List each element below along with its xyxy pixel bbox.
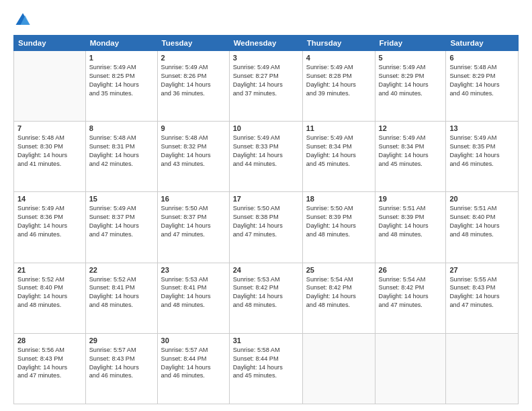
day-number: 31 — [233, 336, 299, 345]
day-number: 19 — [379, 195, 443, 203]
calendar-cell: 12Sunrise: 5:49 AM Sunset: 8:34 PM Dayli… — [375, 122, 446, 192]
calendar-cell: 13Sunrise: 5:49 AM Sunset: 8:35 PM Dayli… — [446, 122, 519, 192]
calendar-cell: 29Sunrise: 5:57 AM Sunset: 8:43 PM Dayli… — [85, 333, 157, 404]
day-number: 17 — [233, 195, 299, 203]
day-number: 29 — [89, 336, 154, 345]
calendar-cell — [14, 51, 86, 122]
day-number: 21 — [17, 266, 82, 274]
calendar-cell: 8Sunrise: 5:48 AM Sunset: 8:31 PM Daylig… — [85, 122, 157, 192]
calendar-cell: 28Sunrise: 5:56 AM Sunset: 8:43 PM Dayli… — [14, 333, 86, 404]
weekday-header-saturday: Saturday — [446, 36, 519, 51]
calendar-cell: 10Sunrise: 5:49 AM Sunset: 8:33 PM Dayli… — [229, 122, 302, 192]
calendar-cell: 2Sunrise: 5:49 AM Sunset: 8:26 PM Daylig… — [157, 51, 229, 122]
day-info: Sunrise: 5:52 AM Sunset: 8:40 PM Dayligh… — [17, 275, 82, 310]
header — [13, 11, 519, 30]
calendar-cell: 9Sunrise: 5:48 AM Sunset: 8:32 PM Daylig… — [157, 122, 229, 192]
calendar-cell: 7Sunrise: 5:48 AM Sunset: 8:30 PM Daylig… — [14, 122, 86, 192]
day-number: 13 — [449, 124, 515, 132]
calendar-cell: 23Sunrise: 5:53 AM Sunset: 8:41 PM Dayli… — [157, 263, 229, 333]
day-number: 23 — [161, 266, 226, 274]
calendar-cell: 24Sunrise: 5:53 AM Sunset: 8:42 PM Dayli… — [229, 263, 302, 333]
day-number: 24 — [233, 266, 299, 274]
day-info: Sunrise: 5:54 AM Sunset: 8:42 PM Dayligh… — [379, 275, 443, 310]
calendar-cell: 19Sunrise: 5:51 AM Sunset: 8:39 PM Dayli… — [375, 192, 446, 263]
day-info: Sunrise: 5:50 AM Sunset: 8:38 PM Dayligh… — [233, 204, 299, 239]
calendar-cell: 4Sunrise: 5:49 AM Sunset: 8:28 PM Daylig… — [302, 51, 375, 122]
day-info: Sunrise: 5:48 AM Sunset: 8:29 PM Dayligh… — [449, 63, 515, 98]
weekday-header-sunday: Sunday — [14, 36, 86, 51]
day-info: Sunrise: 5:57 AM Sunset: 8:44 PM Dayligh… — [161, 346, 226, 381]
weekday-header-row: SundayMondayTuesdayWednesdayThursdayFrid… — [14, 36, 519, 51]
calendar-cell: 6Sunrise: 5:48 AM Sunset: 8:29 PM Daylig… — [446, 51, 519, 122]
day-number: 8 — [89, 124, 154, 132]
calendar-cell: 3Sunrise: 5:49 AM Sunset: 8:27 PM Daylig… — [229, 51, 302, 122]
day-number: 26 — [379, 266, 443, 274]
day-info: Sunrise: 5:53 AM Sunset: 8:42 PM Dayligh… — [233, 275, 299, 310]
week-row-4: 28Sunrise: 5:56 AM Sunset: 8:43 PM Dayli… — [14, 333, 519, 404]
day-info: Sunrise: 5:55 AM Sunset: 8:43 PM Dayligh… — [449, 275, 515, 310]
calendar-cell: 22Sunrise: 5:52 AM Sunset: 8:41 PM Dayli… — [85, 263, 157, 333]
calendar-cell: 30Sunrise: 5:57 AM Sunset: 8:44 PM Dayli… — [157, 333, 229, 404]
day-number: 25 — [306, 266, 371, 274]
day-number: 1 — [89, 54, 154, 62]
calendar-cell: 1Sunrise: 5:49 AM Sunset: 8:25 PM Daylig… — [85, 51, 157, 122]
calendar-cell: 11Sunrise: 5:49 AM Sunset: 8:34 PM Dayli… — [302, 122, 375, 192]
calendar-cell — [446, 333, 519, 404]
calendar-cell: 15Sunrise: 5:49 AM Sunset: 8:37 PM Dayli… — [85, 192, 157, 263]
calendar-cell: 17Sunrise: 5:50 AM Sunset: 8:38 PM Dayli… — [229, 192, 302, 263]
day-number: 27 — [449, 266, 515, 274]
day-info: Sunrise: 5:48 AM Sunset: 8:31 PM Dayligh… — [89, 134, 154, 169]
weekday-header-thursday: Thursday — [302, 36, 375, 51]
calendar-cell: 16Sunrise: 5:50 AM Sunset: 8:37 PM Dayli… — [157, 192, 229, 263]
calendar-cell: 27Sunrise: 5:55 AM Sunset: 8:43 PM Dayli… — [446, 263, 519, 333]
calendar: SundayMondayTuesdayWednesdayThursdayFrid… — [13, 35, 519, 404]
calendar-cell: 26Sunrise: 5:54 AM Sunset: 8:42 PM Dayli… — [375, 263, 446, 333]
calendar-cell: 25Sunrise: 5:54 AM Sunset: 8:42 PM Dayli… — [302, 263, 375, 333]
day-number: 28 — [17, 336, 82, 345]
day-info: Sunrise: 5:48 AM Sunset: 8:32 PM Dayligh… — [161, 134, 226, 169]
day-info: Sunrise: 5:49 AM Sunset: 8:26 PM Dayligh… — [161, 63, 226, 98]
day-info: Sunrise: 5:49 AM Sunset: 8:33 PM Dayligh… — [233, 134, 299, 169]
calendar-cell — [375, 333, 446, 404]
weekday-header-monday: Monday — [85, 36, 157, 51]
calendar-cell — [302, 333, 375, 404]
day-number: 10 — [233, 124, 299, 132]
day-info: Sunrise: 5:50 AM Sunset: 8:39 PM Dayligh… — [306, 204, 371, 239]
day-info: Sunrise: 5:52 AM Sunset: 8:41 PM Dayligh… — [89, 275, 154, 310]
day-info: Sunrise: 5:49 AM Sunset: 8:36 PM Dayligh… — [17, 204, 82, 239]
logo-icon — [13, 11, 32, 30]
day-info: Sunrise: 5:49 AM Sunset: 8:27 PM Dayligh… — [233, 63, 299, 98]
day-info: Sunrise: 5:54 AM Sunset: 8:42 PM Dayligh… — [306, 275, 371, 310]
weekday-header-wednesday: Wednesday — [229, 36, 302, 51]
day-info: Sunrise: 5:57 AM Sunset: 8:43 PM Dayligh… — [89, 346, 154, 381]
day-info: Sunrise: 5:51 AM Sunset: 8:40 PM Dayligh… — [449, 204, 515, 239]
day-info: Sunrise: 5:49 AM Sunset: 8:34 PM Dayligh… — [379, 134, 443, 169]
day-info: Sunrise: 5:58 AM Sunset: 8:44 PM Dayligh… — [233, 346, 299, 381]
day-number: 30 — [161, 336, 226, 345]
day-info: Sunrise: 5:50 AM Sunset: 8:37 PM Dayligh… — [161, 204, 226, 239]
day-info: Sunrise: 5:49 AM Sunset: 8:29 PM Dayligh… — [379, 63, 443, 98]
weekday-header-friday: Friday — [375, 36, 446, 51]
day-info: Sunrise: 5:51 AM Sunset: 8:39 PM Dayligh… — [379, 204, 443, 239]
day-info: Sunrise: 5:48 AM Sunset: 8:30 PM Dayligh… — [17, 134, 82, 169]
week-row-1: 7Sunrise: 5:48 AM Sunset: 8:30 PM Daylig… — [14, 122, 519, 192]
day-info: Sunrise: 5:49 AM Sunset: 8:34 PM Dayligh… — [306, 134, 371, 169]
weekday-header-tuesday: Tuesday — [157, 36, 229, 51]
day-number: 4 — [306, 54, 371, 62]
week-row-0: 1Sunrise: 5:49 AM Sunset: 8:25 PM Daylig… — [14, 51, 519, 122]
day-number: 15 — [89, 195, 154, 203]
day-number: 6 — [449, 54, 515, 62]
page: SundayMondayTuesdayWednesdayThursdayFrid… — [0, 0, 532, 411]
day-info: Sunrise: 5:49 AM Sunset: 8:35 PM Dayligh… — [449, 134, 515, 169]
calendar-cell: 18Sunrise: 5:50 AM Sunset: 8:39 PM Dayli… — [302, 192, 375, 263]
day-number: 11 — [306, 124, 371, 132]
calendar-cell: 31Sunrise: 5:58 AM Sunset: 8:44 PM Dayli… — [229, 333, 302, 404]
day-number: 2 — [161, 54, 226, 62]
day-number: 3 — [233, 54, 299, 62]
day-number: 9 — [161, 124, 226, 132]
calendar-cell: 20Sunrise: 5:51 AM Sunset: 8:40 PM Dayli… — [446, 192, 519, 263]
day-info: Sunrise: 5:49 AM Sunset: 8:28 PM Dayligh… — [306, 63, 371, 98]
week-row-2: 14Sunrise: 5:49 AM Sunset: 8:36 PM Dayli… — [14, 192, 519, 263]
logo — [13, 11, 35, 30]
day-number: 18 — [306, 195, 371, 203]
